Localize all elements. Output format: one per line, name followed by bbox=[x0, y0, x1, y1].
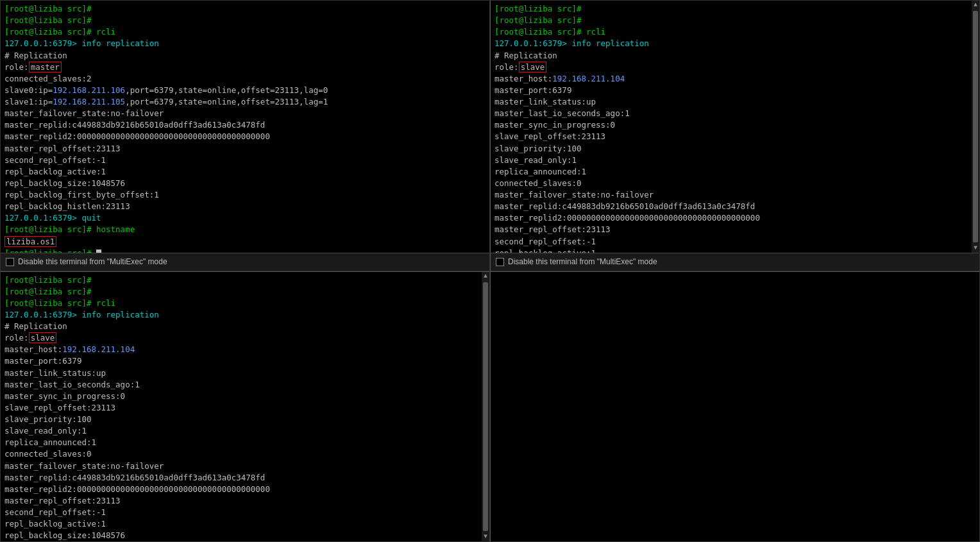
footer-top-right: Disable this terminal from "MultiExec" m… bbox=[491, 253, 979, 271]
scroll-up-arrow-bl[interactable]: ▲ bbox=[484, 272, 487, 281]
scroll-down-arrow[interactable]: ▼ bbox=[974, 244, 977, 253]
scroll-thumb[interactable] bbox=[973, 11, 978, 242]
footer-label-top-left: Disable this terminal from "MultiExec" m… bbox=[18, 257, 167, 266]
scroll-thumb-bl[interactable] bbox=[483, 282, 488, 532]
footer-top-left: Disable this terminal from "MultiExec" m… bbox=[1, 253, 489, 271]
scroll-up-arrow[interactable]: ▲ bbox=[974, 1, 977, 10]
terminal-grid: [root@liziba src]# [root@liziba src]# [r… bbox=[0, 0, 980, 542]
scroll-down-arrow-bl[interactable]: ▼ bbox=[484, 532, 487, 541]
scrollbar-bottom-left[interactable]: ▲ ▼ bbox=[482, 272, 489, 542]
panel-bottom-right bbox=[490, 271, 980, 543]
scrollbar-top-right[interactable]: ▲ ▼ bbox=[972, 1, 979, 253]
multiexec-checkbox-top-right[interactable] bbox=[496, 258, 504, 266]
panel-bottom-left: [root@liziba src]# [root@liziba src]# [r… bbox=[0, 271, 490, 543]
footer-label-top-right: Disable this terminal from "MultiExec" m… bbox=[508, 257, 657, 266]
terminal-content-top-right: [root@liziba src]# [root@liziba src]# [r… bbox=[491, 1, 979, 253]
terminal-content-bottom-right bbox=[491, 272, 979, 542]
multiexec-checkbox-top-left[interactable] bbox=[6, 258, 14, 266]
panel-top-right: [root@liziba src]# [root@liziba src]# [r… bbox=[490, 0, 980, 271]
terminal-content-top-left: [root@liziba src]# [root@liziba src]# [r… bbox=[1, 1, 489, 253]
terminal-content-bottom-left: [root@liziba src]# [root@liziba src]# [r… bbox=[1, 272, 489, 542]
panel-top-left: [root@liziba src]# [root@liziba src]# [r… bbox=[0, 0, 490, 271]
